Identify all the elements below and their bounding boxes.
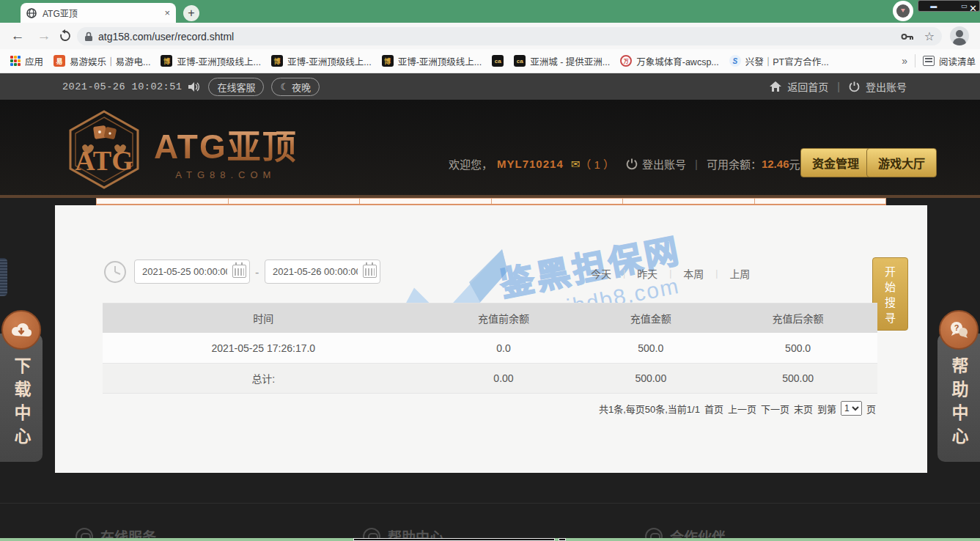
power-icon: [849, 81, 860, 92]
key-icon[interactable]: [901, 32, 914, 41]
divider: [0, 503, 980, 504]
logo-domain: ATG88.COM: [154, 169, 298, 180]
bookmark-label: 万象城体育-awcsp...: [636, 54, 719, 68]
help-center-widget[interactable]: ? 帮助中心: [937, 334, 980, 462]
browser-titlebar: ATG亚顶 × + ▬▭ ✕: [0, 0, 980, 23]
divider: |: [837, 81, 840, 92]
nav-tab-remnant[interactable]: [359, 198, 491, 204]
nav-tab-remnant[interactable]: [96, 198, 228, 204]
nav-tab-remnant[interactable]: [491, 198, 623, 204]
bookmark-item[interactable]: ca: [492, 55, 504, 67]
site-logo[interactable]: ATG ATG亚顶 ATG88.COM: [65, 108, 298, 191]
bookmark-apps[interactable]: 应用: [10, 54, 43, 68]
cell-total-amount: 500.00: [583, 372, 718, 384]
goto-page-suffix: 页: [866, 402, 876, 416]
page-prev-link[interactable]: 上一页: [728, 402, 756, 416]
help-icon[interactable]: ?: [939, 310, 979, 350]
bookmark-label: 亚博-亚洲顶级线上...: [177, 54, 261, 68]
bookmark-item[interactable]: 博 亚博-亚洲顶级线上...: [161, 54, 261, 68]
username: MYL710214: [497, 158, 564, 170]
site-topbar: 2021-05-26 10:02:51 在线客服 ☾夜晚 返回首页 | 登出账号: [0, 73, 980, 100]
apps-grid-icon: [10, 56, 21, 66]
window-close-icon[interactable]: ✕: [969, 3, 977, 14]
recharge-table: 时间 充值前余额 充值金额 充值后余额 2021-05-25 17:26:17.…: [103, 303, 877, 423]
calendar-icon[interactable]: [232, 265, 246, 278]
page-next-link[interactable]: 下一页: [761, 402, 789, 416]
link-today[interactable]: 今天: [591, 266, 611, 281]
date-range-dash: -: [255, 266, 259, 279]
browser-tab[interactable]: ATG亚顶 ×: [21, 3, 176, 23]
reading-list-label[interactable]: 阅读清单: [939, 54, 976, 68]
bookmark-item[interactable]: 万 万象城体育-awcsp...: [620, 54, 719, 68]
current-datetime: 2021-05-26 10:02:51: [62, 81, 182, 92]
yabo-favicon: 博: [161, 55, 172, 67]
yiyou-favicon: 易: [54, 55, 65, 67]
pagination-summary: 共1条,每页50条,当前1/1: [599, 402, 700, 416]
taskbar-peek: [0, 538, 980, 541]
calendar-icon[interactable]: [363, 265, 377, 278]
balance-label: 可用余额：: [707, 156, 762, 172]
bookmark-item[interactable]: 博 亚博-亚洲顶级线上...: [382, 54, 482, 68]
cell-total-after: 500.00: [718, 372, 877, 384]
nav-tab-remnant[interactable]: [754, 198, 887, 204]
bookmark-item[interactable]: 博 亚博-亚洲顶级线上...: [271, 54, 372, 68]
back-icon[interactable]: ←: [9, 28, 26, 44]
cell-time: 2021-05-25 17:26:17.0: [103, 342, 424, 354]
link-yesterday[interactable]: 昨天: [637, 266, 657, 281]
mail-count[interactable]: （ 1 ）: [580, 156, 614, 172]
funds-management-button[interactable]: 资金管理: [800, 148, 871, 177]
pagination-row: 共1条,每页50条,当前1/1 首页 上一页 下一页 末页 到第 1 页: [103, 394, 877, 423]
page-first-link[interactable]: 首页: [704, 402, 723, 416]
balance-value: 12.46: [762, 158, 789, 170]
download-center-widget[interactable]: 下载中心: [0, 334, 43, 462]
logo-emblem-icon: ATG: [65, 108, 144, 191]
header-logout-link[interactable]: 登出账号: [642, 156, 686, 172]
taskbar-window-rect: [353, 538, 555, 541]
speaker-icon[interactable]: [188, 81, 201, 92]
nav-tab-remnant[interactable]: [622, 198, 754, 204]
mail-icon[interactable]: ✉: [571, 158, 581, 171]
game-lobby-button[interactable]: 游戏大厅: [866, 148, 937, 177]
download-icon[interactable]: [1, 310, 41, 350]
recording-indicator-icon[interactable]: [893, 1, 913, 21]
nav-tab-remnant[interactable]: [228, 198, 360, 204]
lock-icon: [84, 32, 93, 42]
help-center-label: 帮助中心: [946, 357, 971, 451]
url-bar[interactable]: atg158.com/user/record.shtml ☆: [77, 27, 942, 45]
globe-favicon: [26, 8, 37, 18]
night-mode-button[interactable]: ☾夜晚: [271, 78, 320, 96]
cell-amount: 500.0: [583, 342, 718, 354]
reading-list-icon[interactable]: [923, 56, 935, 66]
wxc-favicon: 万: [620, 55, 632, 67]
profile-avatar[interactable]: [950, 26, 969, 45]
new-tab-button[interactable]: +: [183, 5, 199, 21]
svg-text:?: ?: [954, 323, 959, 332]
bookmark-label: 易游娱乐｜易游电...: [70, 54, 150, 68]
link-last-week[interactable]: 上周: [729, 266, 750, 281]
bookmark-item[interactable]: S 兴發｜PT官方合作...: [729, 54, 829, 68]
bookmark-label: 兴發｜PT官方合作...: [745, 54, 829, 68]
taskbar-window-rect: [559, 538, 566, 541]
back-home-link[interactable]: 返回首页: [787, 79, 828, 94]
forward-icon[interactable]: →: [35, 28, 53, 44]
link-this-week[interactable]: 本周: [683, 266, 704, 281]
online-service-button[interactable]: 在线客服: [208, 78, 264, 96]
page-select[interactable]: 1: [841, 401, 862, 416]
reload-icon[interactable]: [59, 29, 76, 43]
bookmark-label: 亚博-亚洲顶级线上...: [398, 54, 482, 68]
bookmark-item[interactable]: ca 亚洲城 - 提供亚洲...: [514, 54, 610, 68]
quick-date-links: 今天| 昨天| 本周| 上周: [591, 266, 750, 281]
page-last-link[interactable]: 末页: [794, 402, 813, 416]
tab-close-icon[interactable]: ×: [164, 7, 170, 18]
side-panel-handle[interactable]: [0, 258, 7, 296]
ca-favicon: ca: [514, 55, 526, 67]
bookmarks-overflow-icon[interactable]: »: [902, 55, 907, 67]
ca-favicon: ca: [492, 55, 504, 67]
logout-link[interactable]: 登出账号: [866, 79, 907, 94]
record-panel: 鉴黑担保网 www.jhdb8.com - 今天| 昨天| 本周| 上周 开始搜…: [55, 205, 927, 473]
bookmark-star-icon[interactable]: ☆: [924, 29, 935, 43]
bookmark-label: 亚博-亚洲顶级线上...: [287, 54, 372, 68]
search-button[interactable]: 开始搜寻: [872, 257, 908, 331]
record-tabs-strip: [96, 198, 886, 205]
bookmark-item[interactable]: 易 易游娱乐｜易游电...: [54, 54, 150, 68]
